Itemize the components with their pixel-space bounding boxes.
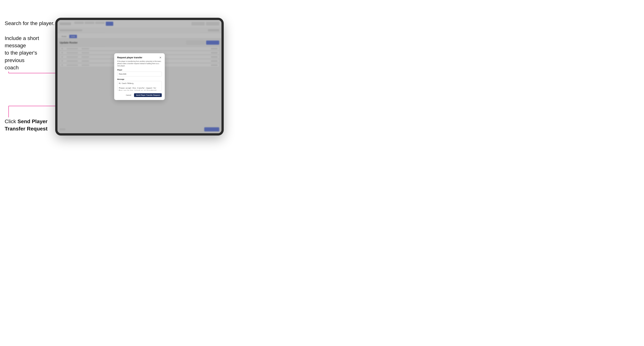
modal-header: Request player transfer ✕ xyxy=(117,56,162,59)
modal-description: If the player is transferring from anoth… xyxy=(117,60,162,67)
cancel-button[interactable]: Cancel xyxy=(124,93,132,97)
modal-actions: Cancel Send Player Transfer Request xyxy=(117,93,162,97)
close-icon[interactable]: ✕ xyxy=(159,56,162,59)
message-textarea[interactable]: Hi Coach McHarg, Please accept this tran… xyxy=(117,81,162,91)
annotation-message: Include a short message to the player's … xyxy=(5,35,55,71)
player-field-label: Player xyxy=(117,69,162,71)
player-input[interactable] xyxy=(117,72,162,76)
modal-dialog: Request player transfer ✕ If the player … xyxy=(114,53,165,100)
tablet-screen: Roster Invite Update Roster xyxy=(58,20,222,133)
send-player-transfer-request-button[interactable]: Send Player Transfer Request xyxy=(134,93,162,97)
modal-title: Request player transfer xyxy=(117,56,142,59)
tablet-frame: Roster Invite Update Roster xyxy=(55,18,224,136)
annotation-click: Click Send Player Transfer Request xyxy=(5,118,55,132)
message-field-label: Message xyxy=(117,78,162,80)
modal-overlay: Request player transfer ✕ If the player … xyxy=(58,20,222,133)
annotation-search: Search for the player. xyxy=(5,20,54,27)
